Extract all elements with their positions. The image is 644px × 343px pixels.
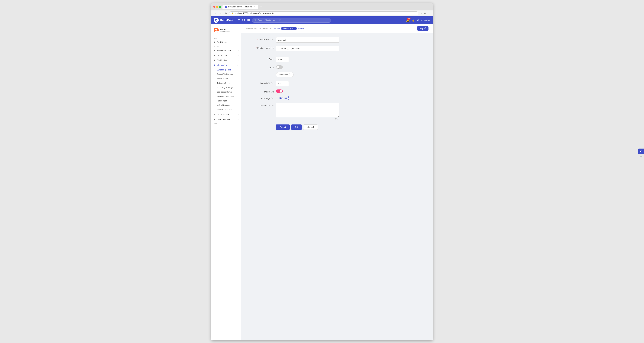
monitor-name-input[interactable] xyxy=(276,46,340,51)
sidebar-item-db-monitor[interactable]: ⊞ DB Monitor › xyxy=(211,53,241,58)
cloud-native-icon: ☁ xyxy=(214,113,216,116)
forward-btn[interactable]: → xyxy=(219,11,223,15)
service-monitor-icon: ⊞ xyxy=(214,49,215,52)
port-label: * Port : xyxy=(251,57,276,60)
new-tab-btn[interactable]: + xyxy=(260,5,262,8)
new-tag-label: + New Tag xyxy=(278,97,287,99)
chat-btn[interactable] xyxy=(247,18,250,22)
alert-section-label: Alert xyxy=(211,122,241,125)
menu-hamburger-btn[interactable]: ☰ xyxy=(238,19,240,22)
monitor-host-help-icon[interactable]: ⓘ xyxy=(271,38,272,41)
sidebar-sub-item-zookeeper[interactable]: Zookeeper Server xyxy=(211,90,241,94)
github-btn[interactable] xyxy=(242,18,245,22)
help-btn[interactable]: Help ⓘ xyxy=(417,26,428,31)
detect-toggle[interactable] xyxy=(276,89,283,93)
sidebar-item-service-monitor[interactable]: ⊞ Service Monitor › xyxy=(211,48,241,53)
sidebar-sub-item-rabbitmq[interactable]: RabbitMQ Message xyxy=(211,94,241,99)
close-window-btn[interactable] xyxy=(213,6,215,8)
ok-btn[interactable]: OK xyxy=(291,124,302,130)
cancel-btn[interactable]: Cancel xyxy=(303,124,318,130)
detect-row: Detect ⓘ : xyxy=(251,89,374,93)
sidebar-item-cloud-native[interactable]: ☁ Cloud Native › xyxy=(211,112,241,117)
sidebar-item-custom-monitor[interactable]: ⊞ Custom Monitor › xyxy=(211,117,241,122)
refresh-btn[interactable]: ↻ xyxy=(224,11,228,15)
menu-btn[interactable]: ⋮ xyxy=(428,11,431,15)
tab-close-btn[interactable]: × xyxy=(254,6,255,8)
home-icon: ⌂ xyxy=(246,27,247,30)
tab-title: DynamicTp Pool - HertzBeat xyxy=(228,6,252,8)
list-icon: ☷ xyxy=(260,27,261,30)
breadcrumb-sep-1: / xyxy=(258,27,258,30)
port-row: * Port : xyxy=(251,57,374,62)
advanced-btn[interactable]: Advanced ⓘ xyxy=(276,72,294,77)
accessibility-btn[interactable]: ⛿ xyxy=(638,155,644,160)
mid-monitor-icon: ⊞ xyxy=(214,64,215,66)
extensions-btn[interactable]: ⚙ xyxy=(424,11,426,15)
port-input[interactable] xyxy=(276,57,289,62)
maximize-window-btn[interactable] xyxy=(219,6,221,8)
help-icon: ⓘ xyxy=(424,27,426,30)
logout-btn[interactable]: ☍ Logout xyxy=(421,19,430,21)
address-bar[interactable]: 🔒 localhost:4200/monitors/new?app=dynami… xyxy=(229,11,418,15)
sidebar-sub-item-tomcat[interactable]: Tomcat WebServer xyxy=(211,72,241,76)
description-help-icon[interactable]: ⓘ xyxy=(271,104,272,107)
description-textarea[interactable] xyxy=(276,103,340,117)
sidebar-sub-item-nacos[interactable]: Nacos Server xyxy=(211,76,241,81)
window-controls xyxy=(213,6,221,8)
sub-item-label: Nacos Server xyxy=(217,78,228,80)
os-monitor-icon: ⊞ xyxy=(214,59,215,61)
bind-tags-label: Bind Tags ⓘ : xyxy=(251,96,276,100)
dashboard-icon: ⊞ xyxy=(214,41,215,43)
logo: HertzBeat xyxy=(214,18,233,23)
intervals-input[interactable] xyxy=(276,81,289,86)
sidebar-sub-item-dynamictp-pool[interactable]: DynamicTp Pool xyxy=(211,68,241,72)
back-btn[interactable]: ← xyxy=(213,11,218,15)
toggle-slider xyxy=(276,65,283,69)
chevron-right-icon: › xyxy=(238,59,238,61)
user-role: administrator xyxy=(220,30,230,32)
sidebar-sub-item-kafka[interactable]: Kafka Message xyxy=(211,103,241,107)
user-section: admin administrator xyxy=(211,26,241,35)
monitor-host-label: * Monitor Host ⓘ : xyxy=(251,37,276,41)
lock-btn[interactable]: 🔒 xyxy=(412,19,415,22)
advanced-icon: ⓘ xyxy=(289,73,291,76)
browser-window: H DynamicTp Pool - HertzBeat × + ← → ↻ 🔒… xyxy=(211,3,433,340)
ssl-label: SSL : xyxy=(251,65,276,69)
browser-titlebar: H DynamicTp Pool - HertzBeat × + xyxy=(211,3,433,10)
ssl-toggle[interactable] xyxy=(276,65,283,69)
sidebar-item-os-monitor[interactable]: ⊞ OS Monitor › xyxy=(211,58,241,63)
search-bar[interactable]: 🔍 Search: Monitor Name、IP xyxy=(252,18,331,23)
bookmark-btn[interactable]: ☆ xyxy=(420,11,422,15)
sub-item-label: Kafka Message xyxy=(217,104,230,106)
sidebar-item-mid-monitor[interactable]: ⊞ Mid Monitor ⌄ xyxy=(211,63,241,68)
intervals-help-icon[interactable]: ⓘ xyxy=(271,82,272,84)
sidebar-sub-item-jetty[interactable]: Jetty AppServer xyxy=(211,81,241,85)
breadcrumb-dashboard-link[interactable]: ⌂ DashBoard xyxy=(246,27,257,30)
bind-tags-row: Bind Tags ⓘ : + New Tag xyxy=(251,96,374,100)
breadcrumb-monitor-list-link[interactable]: ☷ Monitor List xyxy=(260,27,272,30)
navbar-right: 🔔 99+ 🔒 ⚙ ☍ Logout xyxy=(406,18,430,22)
sidebar-sub-item-flink[interactable]: Flink Stream xyxy=(211,99,241,103)
sidebar-sub-item-shenyu[interactable]: ShenYu Gateway xyxy=(211,107,241,112)
sidebar-sub-item-activemq[interactable]: ActiveMQ Message xyxy=(211,85,241,90)
settings-btn[interactable]: ⚙ xyxy=(417,19,419,22)
monitor-name-help-icon[interactable]: ⓘ xyxy=(271,47,272,49)
sidebar-item-dashboard[interactable]: ⊞ DashBoard xyxy=(211,40,241,45)
new-tag-btn[interactable]: + New Tag xyxy=(276,96,288,100)
notification-btn[interactable]: 🔔 99+ xyxy=(406,18,410,22)
sub-item-label: ActiveMQ Message xyxy=(217,86,233,89)
logout-icon: ☍ xyxy=(421,19,424,21)
navbar: HertzBeat ☰ 🔍 Search: Monitor Name、IP 🔔 … xyxy=(211,16,433,24)
advanced-label: Advanced xyxy=(279,73,288,76)
monitor-host-input[interactable] xyxy=(276,37,340,43)
address-text: localhost:4200/monitors/new?app=dynamic_… xyxy=(235,12,274,14)
detect-help-icon[interactable]: ⓘ xyxy=(271,91,272,93)
browser-tab[interactable]: H DynamicTp Pool - HertzBeat × xyxy=(222,5,258,9)
chevron-right-icon: › xyxy=(238,118,238,120)
minimize-window-btn[interactable] xyxy=(216,6,218,8)
settings-panel-btn[interactable]: ⚙ xyxy=(638,149,644,154)
lock-icon: 🔒 xyxy=(232,12,234,14)
avatar xyxy=(214,28,219,33)
bind-tags-help-icon[interactable]: ⓘ xyxy=(271,97,272,100)
detect-btn[interactable]: Detect xyxy=(276,124,290,130)
